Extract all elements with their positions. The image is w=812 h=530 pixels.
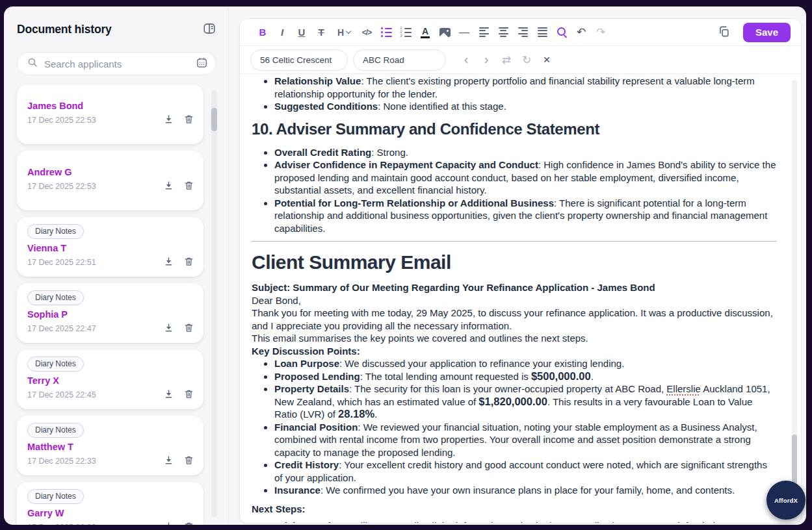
doc-list-item: Adviser Action: I will now compile all t… xyxy=(274,520,777,523)
history-card[interactable]: Diary NotesSophia P17 Dec 2025 22:47 xyxy=(17,283,203,343)
italic-icon: I xyxy=(281,27,283,37)
replace-all-button[interactable]: ↻ xyxy=(519,52,534,68)
doc-paragraph: Key Discussion Points: xyxy=(252,345,777,358)
download-button[interactable] xyxy=(163,114,174,127)
trash-icon xyxy=(183,322,194,335)
download-button[interactable] xyxy=(163,388,174,401)
align-justify-button[interactable] xyxy=(534,23,551,42)
sidebar-scrollbar[interactable] xyxy=(211,108,217,131)
sidebar-header: Document history xyxy=(17,21,228,38)
redo-button[interactable]: ↷ xyxy=(592,23,609,42)
horizontal-rule-icon: — xyxy=(459,27,469,38)
timestamp: 17 Dec 2025 22:33 xyxy=(27,457,96,466)
sidebar-scrollbar-track xyxy=(211,90,217,517)
bold-button[interactable]: B xyxy=(254,23,271,42)
download-button[interactable] xyxy=(163,521,174,525)
italic-button[interactable]: I xyxy=(274,23,291,42)
doc-list-item: Financial Position: We reviewed your fin… xyxy=(274,421,777,459)
download-button[interactable] xyxy=(163,180,174,193)
doc-list-item: Suggested Conditions: None identified at… xyxy=(274,100,777,113)
next-match-button[interactable]: › xyxy=(479,52,493,68)
download-button[interactable] xyxy=(163,455,174,468)
strikethrough-icon: T xyxy=(318,27,324,37)
search-input[interactable] xyxy=(44,58,190,69)
applicant-name: Sophia P xyxy=(27,309,194,320)
history-card[interactable]: Andrew G17 Dec 2025 22:53 xyxy=(17,151,203,210)
main-area: B I U T H </> A — ↶ ↷ xyxy=(229,6,806,525)
bullet-list-button[interactable] xyxy=(378,23,395,42)
text-color-icon: A xyxy=(421,27,430,38)
replace-input[interactable] xyxy=(353,49,446,71)
horizontal-rule-button[interactable]: — xyxy=(456,23,473,42)
doc-list-item: Proposed Lending: The total lending amou… xyxy=(274,370,777,383)
underline-icon: U xyxy=(298,27,306,37)
document-editor[interactable]: Relationship Value: The client's existin… xyxy=(240,74,801,523)
affordx-logo[interactable]: AffordX xyxy=(766,481,805,520)
copy-button[interactable] xyxy=(718,25,730,40)
strikethrough-button[interactable]: T xyxy=(313,23,330,42)
delete-button[interactable] xyxy=(183,114,194,127)
history-card[interactable]: Diary NotesTerry X17 Dec 2025 22:45 xyxy=(17,349,203,409)
history-card[interactable]: James Bond17 Dec 2025 22:53 xyxy=(17,84,203,144)
history-card[interactable]: Diary NotesMatthew T17 Dec 2025 22:33 xyxy=(17,416,203,475)
text-color-button[interactable]: A xyxy=(417,23,434,42)
code-icon: </> xyxy=(362,29,371,36)
history-list: James Bond17 Dec 2025 22:53Andrew G17 De… xyxy=(14,81,228,525)
find-input[interactable] xyxy=(250,49,348,71)
insert-image-button[interactable] xyxy=(436,23,453,42)
panel-toggle-button[interactable] xyxy=(202,21,216,38)
history-card[interactable]: Diary NotesGarry W17 Dec 2025 22:30 xyxy=(17,482,203,525)
replace-button[interactable]: ⇄ xyxy=(499,52,514,68)
download-button[interactable] xyxy=(163,322,174,335)
align-center-button[interactable] xyxy=(495,23,512,42)
doc-divider xyxy=(252,241,777,242)
doc-heading: 10. Adviser Summary and Confidence State… xyxy=(252,120,777,138)
diary-notes-badge: Diary Notes xyxy=(27,224,84,239)
delete-button[interactable] xyxy=(183,256,194,269)
doc-list: Adviser Action: I will now compile all t… xyxy=(252,520,777,523)
date-filter-button[interactable] xyxy=(196,57,208,71)
doc-paragraph: Next Steps: xyxy=(252,503,777,516)
doc-list-item: Insurance: We confirmed you have your ow… xyxy=(274,484,777,497)
code-block-button[interactable]: </> xyxy=(358,23,375,42)
undo-button[interactable]: ↶ xyxy=(573,23,590,42)
find-button[interactable] xyxy=(553,23,570,42)
download-icon xyxy=(163,256,174,269)
bullet-list-icon xyxy=(381,27,392,37)
download-icon xyxy=(163,388,174,401)
delete-button[interactable] xyxy=(183,521,194,525)
ordered-list-icon xyxy=(400,27,412,37)
delete-button[interactable] xyxy=(183,322,194,335)
image-icon xyxy=(439,28,451,37)
editor-card: B I U T H </> A — ↶ ↷ xyxy=(239,18,802,524)
calendar-icon xyxy=(196,57,208,71)
applicant-name: Vienna T xyxy=(27,243,194,253)
close-find-button[interactable]: × xyxy=(540,52,554,68)
doc-list: Overall Credit Rating: Strong.Adviser Co… xyxy=(252,146,777,235)
timestamp: 17 Dec 2025 22:51 xyxy=(27,258,96,267)
align-left-button[interactable] xyxy=(475,23,492,42)
download-button[interactable] xyxy=(163,256,174,269)
align-left-icon xyxy=(479,27,489,38)
underline-button[interactable]: U xyxy=(293,23,310,42)
save-button[interactable]: Save xyxy=(743,23,791,42)
editor-toolbar: B I U T H </> A — ↶ ↷ xyxy=(240,19,801,46)
editor-scrollbar[interactable] xyxy=(792,435,797,484)
history-card[interactable]: Diary NotesVienna T17 Dec 2025 22:51 xyxy=(17,217,203,277)
copy-icon xyxy=(718,25,730,40)
timestamp: 17 Dec 2025 22:45 xyxy=(27,390,96,399)
doc-paragraph: Subject: Summary of Our Meeting Regardin… xyxy=(252,281,777,294)
previous-match-button[interactable]: ‹ xyxy=(459,52,473,68)
redo-icon: ↷ xyxy=(596,27,605,38)
download-icon xyxy=(163,322,174,335)
trash-icon xyxy=(183,521,194,525)
delete-button[interactable] xyxy=(183,455,194,468)
delete-button[interactable] xyxy=(183,388,194,401)
ordered-list-button[interactable] xyxy=(397,23,414,42)
chevron-down-icon xyxy=(346,29,351,34)
align-right-button[interactable] xyxy=(514,23,531,42)
applicant-name: Andrew G xyxy=(27,167,194,177)
delete-button[interactable] xyxy=(183,180,194,193)
align-center-icon xyxy=(499,27,508,38)
heading-dropdown-button[interactable]: H xyxy=(332,23,356,42)
